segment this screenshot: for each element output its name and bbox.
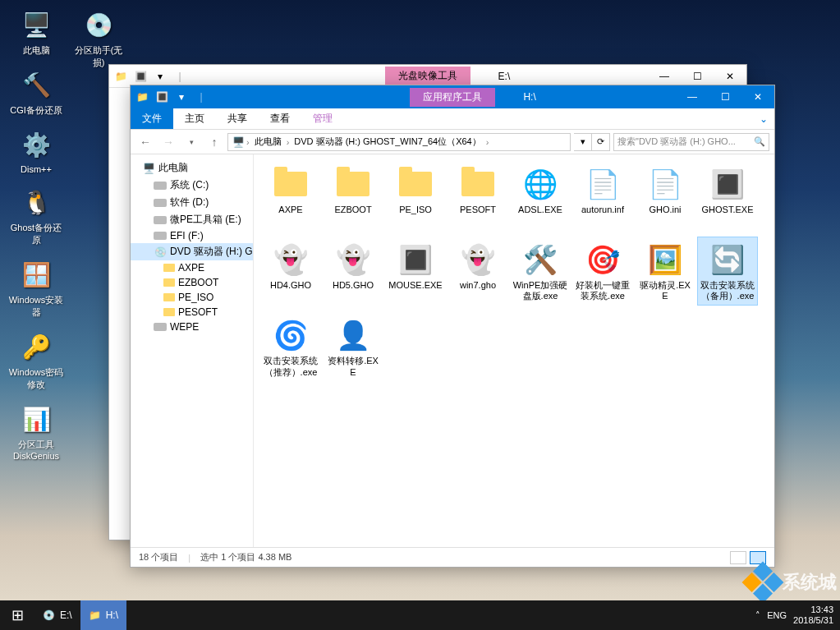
file-item[interactable]: 📄autorun.inf (572, 161, 633, 230)
file-item[interactable]: 🌐ADSL.EXE (510, 161, 571, 230)
file-item[interactable]: 👻win7.gho (448, 237, 508, 306)
status-selection: 选中 1 个项目 4.38 MB (200, 551, 291, 563)
breadcrumb-seg[interactable]: DVD 驱动器 (H:) GHOST_WIN7_64位（X64） (291, 136, 484, 148)
tab-share[interactable]: 共享 (216, 108, 259, 129)
nav-item[interactable]: 🖥️此电脑 (131, 159, 253, 177)
file-item[interactable]: AXPE (260, 161, 321, 230)
tab-view[interactable]: 查看 (259, 108, 301, 129)
file-item[interactable]: 🖼️驱动精灵.EXE (635, 237, 695, 306)
search-icon: 🔍 (754, 136, 765, 147)
file-item[interactable]: EZBOOT (323, 161, 383, 230)
nav-item[interactable]: EZBOOT (131, 275, 253, 290)
view-large-icons-button[interactable] (750, 551, 766, 564)
status-bar: 18 个项目 | 选中 1 个项目 4.38 MB (131, 547, 774, 567)
breadcrumb-dropdown[interactable]: ▾ (574, 133, 592, 151)
minimize-button[interactable]: — (676, 85, 709, 108)
breadcrumb[interactable]: 🖥️ › 此电脑 › DVD 驱动器 (H:) GHOST_WIN7_64位（X… (227, 133, 571, 151)
desktop-icon[interactable]: 🔨CGI备份还原 (7, 67, 66, 117)
qat-dropdown-icon[interactable]: ▾ (150, 67, 170, 86)
desktop-icon[interactable]: 🖥️此电脑 (7, 7, 66, 57)
nav-item[interactable]: PE_ISO (131, 290, 253, 305)
desktop-icon[interactable]: 💿分区助手(无损) (69, 7, 128, 69)
nav-item[interactable]: EFI (F:) (131, 228, 253, 243)
qat-properties-icon[interactable]: 🔳 (152, 87, 172, 107)
file-item[interactable]: 👻HD4.GHO (260, 237, 321, 306)
view-details-button[interactable] (730, 551, 746, 564)
nav-item[interactable]: PESOFT (131, 305, 253, 320)
file-item[interactable]: PESOFT (448, 161, 508, 230)
nav-item[interactable]: WEPE (131, 320, 253, 334)
file-item[interactable]: 🔳MOUSE.EXE (385, 237, 446, 306)
context-tab-front: 应用程序工具 (410, 88, 495, 107)
tab-file[interactable]: 文件 (131, 108, 173, 129)
file-item[interactable]: PE_ISO (385, 161, 446, 230)
nav-forward-button[interactable]: → (158, 132, 178, 152)
taskbar-item[interactable]: 💿E:\ (34, 600, 80, 630)
language-indicator[interactable]: ENG (767, 610, 787, 620)
titlebar-front[interactable]: 📁 🔳 ▾ | 应用程序工具 H:\ — ☐ ✕ (131, 85, 774, 108)
desktop-icon[interactable]: 📊分区工具DiskGenius (7, 401, 66, 461)
taskbar[interactable]: ⊞ 💿E:\📁H:\ ˄ ENG 13:43 2018/5/31 (0, 600, 840, 630)
breadcrumb-seg[interactable]: 此电脑 (251, 136, 285, 148)
file-item[interactable]: 👤资料转移.EXE (323, 312, 383, 381)
explorer-window-front: 📁 🔳 ▾ | 应用程序工具 H:\ — ☐ ✕ 文件 主页 共享 查看 管理 … (130, 85, 775, 568)
title-label-front: H:\ (523, 91, 535, 103)
nav-item[interactable]: 系统 (C:) (131, 177, 253, 194)
maximize-button[interactable]: ☐ (709, 85, 741, 108)
desktop-icon[interactable]: ⚙️Dism++ (7, 126, 66, 174)
nav-back-button[interactable]: ← (135, 132, 155, 152)
file-item[interactable]: 👻HD5.GHO (323, 237, 383, 306)
file-item[interactable]: 🛠️WinPE加强硬盘版.exe (510, 237, 571, 306)
ribbon-expand-icon[interactable]: ⌄ (753, 108, 774, 129)
search-input[interactable]: 搜索"DVD 驱动器 (H:) GHO... 🔍 (613, 133, 769, 151)
file-item[interactable]: 🌀双击安装系统（推荐）.exe (260, 312, 321, 381)
clock[interactable]: 13:43 2018/5/31 (793, 605, 833, 626)
tray-up-icon[interactable]: ˄ (755, 610, 760, 621)
tab-manage[interactable]: 管理 (301, 108, 344, 129)
desktop-icon[interactable]: 🐧Ghost备份还原 (7, 184, 66, 246)
nav-up-button[interactable]: ↑ (204, 132, 224, 152)
start-button[interactable]: ⊞ (0, 600, 34, 630)
close-button[interactable]: ✕ (741, 85, 774, 108)
ribbon-tabs: 文件 主页 共享 查看 管理 ⌄ (131, 108, 774, 130)
qat-dropdown-icon[interactable]: ▾ (172, 87, 191, 107)
nav-history-dropdown[interactable]: ▾ (181, 132, 201, 152)
nav-item[interactable]: 微PE工具箱 (E:) (131, 211, 253, 228)
context-tab-back: 光盘映像工具 (385, 67, 470, 85)
refresh-button[interactable]: ⟳ (592, 133, 610, 151)
qat-properties-icon[interactable]: 🔳 (131, 67, 150, 86)
file-content-area[interactable]: AXPEEZBOOTPE_ISOPESOFT🌐ADSL.EXE📄autorun.… (254, 154, 774, 547)
nav-item[interactable]: 💿DVD 驱动器 (H:) G (131, 243, 253, 260)
folder-icon[interactable]: 📁 (132, 87, 152, 107)
status-item-count: 18 个项目 (139, 551, 178, 563)
desktop-icon[interactable]: 🪟Windows安装器 (7, 256, 66, 319)
address-bar: ← → ▾ ↑ 🖥️ › 此电脑 › DVD 驱动器 (H:) GHOST_WI… (131, 130, 774, 154)
taskbar-item[interactable]: 📁H:\ (80, 600, 126, 630)
nav-item[interactable]: 软件 (D:) (131, 194, 253, 211)
file-item[interactable]: 🎯好装机一键重装系统.exe (572, 237, 633, 306)
navigation-pane[interactable]: 🖥️此电脑系统 (C:)软件 (D:)微PE工具箱 (E:)EFI (F:)💿D… (131, 154, 254, 547)
nav-item[interactable]: AXPE (131, 260, 253, 275)
desktop-icons-col1: 🖥️此电脑🔨CGI备份还原⚙️Dism++🐧Ghost备份还原🪟Windows安… (7, 7, 66, 461)
file-item[interactable]: 🔄双击安装系统（备用）.exe (697, 237, 758, 306)
file-item[interactable]: 📄GHO.ini (635, 161, 695, 230)
tab-home[interactable]: 主页 (173, 108, 216, 129)
folder-icon[interactable]: 📁 (111, 67, 131, 86)
title-label-back: E:\ (498, 71, 511, 82)
desktop-icon[interactable]: 🔑Windows密码修改 (7, 329, 66, 391)
desktop-icons-col2: 💿分区助手(无损) (69, 7, 128, 69)
file-item[interactable]: 🔳GHOST.EXE (697, 161, 758, 230)
